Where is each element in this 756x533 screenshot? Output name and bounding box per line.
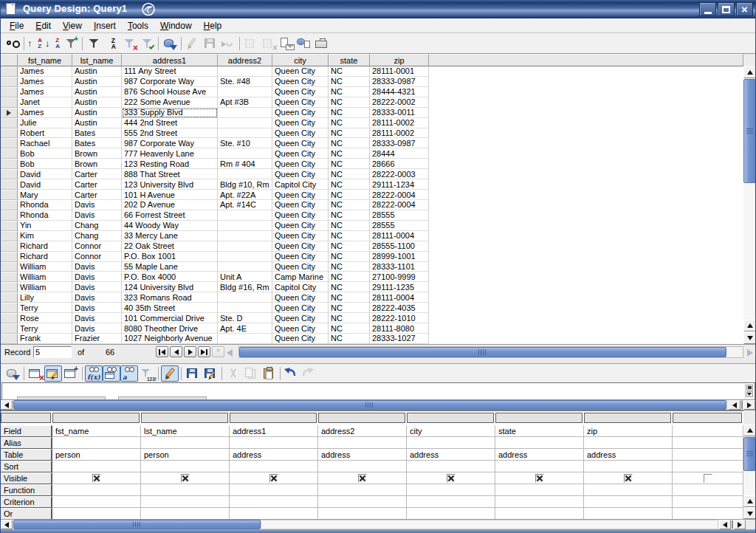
table-cell[interactable]: NC	[329, 221, 370, 231]
design-cell-table[interactable]: person	[52, 449, 141, 461]
table-cell[interactable]: David	[18, 169, 72, 179]
visible-checkbox-checked[interactable]	[447, 474, 456, 483]
design-column-header[interactable]	[495, 413, 583, 423]
design-cell-alias[interactable]	[318, 437, 407, 449]
table-cell[interactable]: 28444	[370, 148, 429, 159]
table-cell[interactable]: Bob	[18, 159, 72, 169]
design-cell-function[interactable]	[584, 484, 673, 496]
table-cell[interactable]: 28222-0003	[370, 169, 429, 179]
table-cell[interactable]: 8080 Theother Drive	[122, 323, 218, 334]
standard-filter-icon[interactable]	[85, 35, 103, 52]
design-cell-field[interactable]	[673, 425, 743, 437]
design-cell-alias[interactable]	[584, 437, 673, 449]
table-cell[interactable]: Kim	[18, 231, 72, 241]
table-cell[interactable]: Queen City	[272, 252, 329, 262]
table-cell[interactable]	[218, 128, 272, 139]
row-selector[interactable]	[1, 292, 18, 303]
column-header-address2[interactable]: address2	[218, 54, 272, 66]
design-cell-visible[interactable]	[318, 472, 407, 484]
table-cell[interactable]: Terry	[18, 303, 72, 313]
design-column-header[interactable]	[673, 413, 742, 423]
table-cell[interactable]: NC	[329, 210, 370, 221]
apply-filter-icon[interactable]	[138, 35, 156, 52]
table-cell[interactable]: Davis	[72, 262, 122, 272]
table-cell[interactable]: Capitol City	[272, 179, 329, 190]
table-cell[interactable]: Queen City	[272, 77, 329, 87]
table-cell[interactable]: Queen City	[272, 323, 329, 334]
row-selector[interactable]	[1, 128, 18, 139]
table-cell[interactable]: Queen City	[272, 66, 329, 77]
design-cell-alias[interactable]	[141, 437, 230, 449]
row-selector[interactable]	[1, 252, 18, 262]
design-cell-alias[interactable]	[495, 437, 584, 449]
functions-icon[interactable]: f(x)	[85, 365, 103, 382]
design-cell-criterion[interactable]	[584, 496, 673, 508]
table-cell[interactable]: NC	[329, 334, 370, 344]
design-cell-field[interactable]: fst_name	[52, 425, 141, 437]
table-cell[interactable]: 124 University Blvd	[122, 282, 218, 292]
table-cell[interactable]: Queen City	[272, 87, 329, 97]
scroll-up-button[interactable]	[743, 424, 756, 436]
design-column-header[interactable]	[230, 413, 317, 423]
table-cell[interactable]: Davis	[72, 323, 122, 334]
mini-scroll-up-button[interactable]	[746, 385, 753, 391]
design-cell-table[interactable]: address	[230, 449, 318, 461]
table-cell[interactable]: 28222-0004	[370, 200, 429, 210]
table-cell[interactable]: David	[18, 179, 72, 190]
table-cell[interactable]: Queen City	[272, 231, 329, 241]
table-cell[interactable]	[218, 252, 272, 262]
visible-checkbox-checked[interactable]	[92, 474, 101, 483]
row-selector[interactable]	[1, 262, 18, 272]
design-cell-visible[interactable]	[495, 472, 584, 484]
table-cell[interactable]: 44 Woody Way	[122, 221, 218, 231]
design-cell-field[interactable]: city	[407, 425, 495, 437]
design-cell-alias[interactable]	[673, 437, 743, 449]
table-cell[interactable]: 1027 Neighborly Avenue	[122, 334, 218, 344]
table-cell[interactable]: Ste. #48	[218, 77, 272, 87]
visible-checkbox-checked[interactable]	[269, 474, 278, 483]
design-cell-sort[interactable]	[141, 461, 230, 472]
table-cell[interactable]: James	[18, 66, 72, 77]
table-cell[interactable]: Queen City	[272, 169, 329, 179]
table-cell[interactable]: Queen City	[272, 303, 329, 313]
design-cell-visible[interactable]	[673, 472, 743, 484]
table-cell[interactable]: 28111-0002	[370, 118, 429, 128]
run-query-icon[interactable]	[4, 365, 21, 382]
visible-checkbox-unchecked[interactable]	[704, 474, 712, 483]
table-cell[interactable]: NC	[329, 66, 370, 77]
maximize-button[interactable]	[718, 2, 735, 16]
design-cell-function[interactable]	[407, 484, 495, 496]
table-cell[interactable]: 101 H Avenue	[122, 190, 218, 200]
table-cell[interactable]: Connor	[72, 252, 122, 262]
table-cell[interactable]	[218, 303, 272, 313]
table-cell[interactable]: Bob	[18, 148, 72, 159]
table-cell[interactable]: NC	[329, 77, 370, 87]
table-cell[interactable]: Julie	[18, 118, 72, 128]
table-cell[interactable]	[218, 231, 272, 241]
design-cell-table[interactable]: address	[495, 449, 584, 461]
menu-view[interactable]: View	[57, 19, 88, 32]
table-cell[interactable]: Lilly	[18, 292, 72, 303]
table-cell[interactable]	[218, 221, 272, 231]
row-selector[interactable]	[1, 210, 18, 221]
design-cell-table[interactable]	[673, 449, 743, 461]
row-selector[interactable]	[1, 190, 18, 200]
table-cell[interactable]: 202 D Avenue	[122, 200, 218, 210]
table-cell[interactable]: Queen City	[272, 159, 329, 169]
data-table-horizontal-scrollbar[interactable]	[238, 346, 743, 358]
table-cell[interactable]: Camp Marine	[272, 272, 329, 282]
design-cell-visible[interactable]	[407, 472, 495, 484]
edit-icon[interactable]	[161, 365, 179, 382]
table-cell[interactable]: Richard	[18, 252, 72, 262]
design-cell-sort[interactable]	[673, 461, 743, 472]
design-cell-function[interactable]	[673, 484, 743, 496]
table-cell[interactable]: Brown	[72, 148, 122, 159]
row-selector[interactable]	[1, 303, 18, 313]
table-cell[interactable]: 888 That Street	[122, 169, 218, 179]
row-selector[interactable]	[1, 221, 18, 231]
table-cell[interactable]: James	[18, 108, 72, 118]
data-source-icon[interactable]	[295, 35, 313, 52]
design-column-header[interactable]	[584, 413, 671, 423]
table-cell[interactable]: Frazier	[72, 334, 122, 344]
scroll-up-step-button[interactable]	[743, 495, 756, 507]
